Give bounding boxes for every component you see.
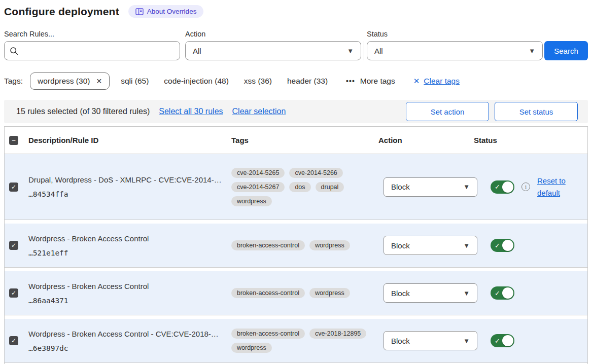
tag-filter-wordpress-selected[interactable]: wordpress (30) ✕	[30, 72, 110, 90]
rule-tag-chip: cve-2014-5265	[231, 168, 285, 178]
rule-action-select[interactable]: Block ▼	[384, 236, 477, 255]
rule-tags: broken-access-controlwordpress	[231, 240, 367, 250]
rule-id: …6e3897dc	[28, 344, 231, 352]
clear-tags-label: Clear tags	[424, 77, 460, 86]
rule-enabled-toggle[interactable]: ✓	[491, 334, 514, 347]
rule-enabled-toggle[interactable]: ✓	[491, 286, 514, 300]
toggle-knob	[502, 287, 513, 299]
tag-filter-code-injection[interactable]: code-injection (48)	[164, 77, 229, 86]
tag-filter-header[interactable]: header (33)	[287, 77, 328, 86]
rule-description: Wordpress - Broken Access Control	[28, 234, 231, 243]
rule-tag-chip: broken-access-control	[231, 329, 305, 339]
page-header: Configure deployment About Overrides	[4, 5, 588, 18]
clear-tags-button[interactable]: ✕ Clear tags	[413, 77, 460, 86]
tag-filter-xss[interactable]: xss (36)	[244, 77, 272, 86]
tags-bar: Tags: wordpress (30) ✕ sqli (65) code-in…	[4, 72, 588, 90]
table-row: ✓ Wordpress - Broken Access Control …521…	[5, 224, 587, 268]
filters-bar: Search Rules... Action All ▼ Status	[4, 30, 588, 60]
ellipsis-icon: •••	[346, 77, 355, 85]
rule-description: Wordpress - Broken Access Control - CVE:…	[28, 330, 231, 338]
rule-description: Wordpress - Broken Access Control	[28, 282, 231, 290]
chevron-down-icon: ▼	[347, 47, 354, 55]
rule-action-select[interactable]: Block ▼	[384, 331, 477, 350]
chevron-down-icon: ▼	[463, 289, 470, 297]
rule-id: …521e1eff	[28, 249, 231, 257]
row-checkbox[interactable]: ✓	[9, 241, 18, 250]
action-filter-select[interactable]: All ▼	[185, 41, 361, 60]
status-filter-select[interactable]: All ▼	[367, 41, 543, 60]
search-icon	[10, 47, 18, 55]
rule-id: …86aa4371	[28, 297, 231, 305]
select-all-rules-link[interactable]: Select all 30 rules	[159, 107, 223, 116]
selection-summary: 15 rules selected (of 30 filtered rules)	[16, 107, 150, 116]
rule-tag-chip: wordpress	[231, 343, 272, 353]
rule-id: …84534ffa	[28, 190, 231, 198]
rule-description: Drupal, Wordpress - DoS - XMLRPC - CVE:C…	[28, 175, 231, 184]
rule-enabled-toggle[interactable]: ✓	[491, 239, 514, 252]
more-tags-label: More tags	[360, 77, 395, 86]
chevron-down-icon: ▼	[463, 183, 470, 191]
header-tags: Tags	[231, 136, 378, 144]
rule-tag-chip: broken-access-control	[231, 288, 305, 298]
search-rules-label: Search Rules...	[4, 30, 180, 38]
rule-tag-chip: dos	[289, 182, 310, 192]
toggle-knob	[502, 240, 513, 251]
selection-bar: 15 rules selected (of 30 filtered rules)…	[4, 100, 588, 123]
toggle-check-icon: ✓	[495, 337, 500, 345]
clear-selection-link[interactable]: Clear selection	[232, 107, 286, 116]
rule-enabled-toggle[interactable]: ✓	[491, 180, 514, 194]
search-rules-input[interactable]	[22, 47, 175, 55]
set-status-button[interactable]: Set status	[495, 102, 578, 121]
set-action-button[interactable]: Set action	[406, 102, 489, 121]
toggle-knob	[502, 335, 513, 346]
table-row: ✓ Wordpress - Broken Access Control …86a…	[5, 271, 587, 315]
rule-tag-chip: broken-access-control	[231, 240, 305, 250]
about-overrides-label: About Overrides	[147, 8, 197, 15]
status-filter-value: All	[374, 47, 383, 55]
info-icon[interactable]: i	[521, 183, 530, 191]
toggle-check-icon: ✓	[495, 242, 500, 249]
rule-tags: broken-access-controlcve-2018-12895wordp…	[231, 329, 367, 353]
rule-tag-chip: wordpress	[231, 196, 272, 206]
rule-tag-chip: cve-2014-5267	[231, 182, 285, 192]
tag-filter-sqli[interactable]: sqli (65)	[121, 77, 149, 86]
select-all-checkbox[interactable]: −	[9, 136, 18, 145]
search-button[interactable]: Search	[544, 41, 588, 60]
toggle-knob	[502, 181, 513, 193]
remove-tag-icon[interactable]: ✕	[96, 77, 102, 85]
chevron-down-icon: ▼	[529, 47, 535, 55]
table-row: ✓ Wordpress - Broken Access Control - CV…	[5, 319, 587, 363]
book-icon	[135, 8, 144, 15]
rule-tags: broken-access-controlwordpress	[231, 288, 367, 298]
more-tags-button[interactable]: ••• More tags	[346, 77, 395, 86]
tags-label: Tags:	[4, 77, 23, 86]
rule-action-value: Block	[391, 337, 410, 345]
header-description: Description/Rule ID	[28, 136, 231, 144]
rule-action-value: Block	[391, 241, 410, 250]
clear-tags-x-icon: ✕	[413, 77, 420, 86]
chevron-down-icon: ▼	[463, 242, 470, 249]
rule-tag-chip: cve-2014-5266	[289, 168, 342, 178]
rules-table: − Description/Rule ID Tags Action Status…	[4, 126, 588, 364]
status-filter-label: Status	[367, 30, 543, 38]
about-overrides-badge[interactable]: About Overrides	[128, 5, 204, 18]
rule-tag-chip: drupal	[316, 182, 344, 192]
action-filter-group: Action All ▼	[185, 30, 361, 60]
row-checkbox[interactable]: ✓	[9, 336, 18, 345]
rule-tag-chip: wordpress	[309, 288, 350, 298]
rule-action-value: Block	[391, 183, 410, 191]
tag-filter-label: wordpress (30)	[38, 77, 90, 86]
rule-action-select[interactable]: Block ▼	[384, 283, 477, 303]
rule-tag-chip: wordpress	[309, 240, 350, 250]
status-filter-group: Status All ▼	[367, 30, 543, 60]
search-rules-box[interactable]	[4, 41, 180, 60]
row-checkbox[interactable]: ✓	[9, 183, 18, 192]
rule-tags: cve-2014-5265cve-2014-5266cve-2014-5267d…	[231, 168, 367, 206]
action-filter-value: All	[193, 47, 201, 55]
search-rules-group: Search Rules...	[4, 30, 180, 60]
table-row: ✓ Drupal, Wordpress - DoS - XMLRPC - CVE…	[5, 154, 587, 220]
rule-action-select[interactable]: Block ▼	[384, 177, 477, 197]
chevron-down-icon: ▼	[463, 337, 470, 345]
row-checkbox[interactable]: ✓	[9, 288, 18, 298]
reset-to-default-link[interactable]: Reset to default	[537, 175, 570, 199]
